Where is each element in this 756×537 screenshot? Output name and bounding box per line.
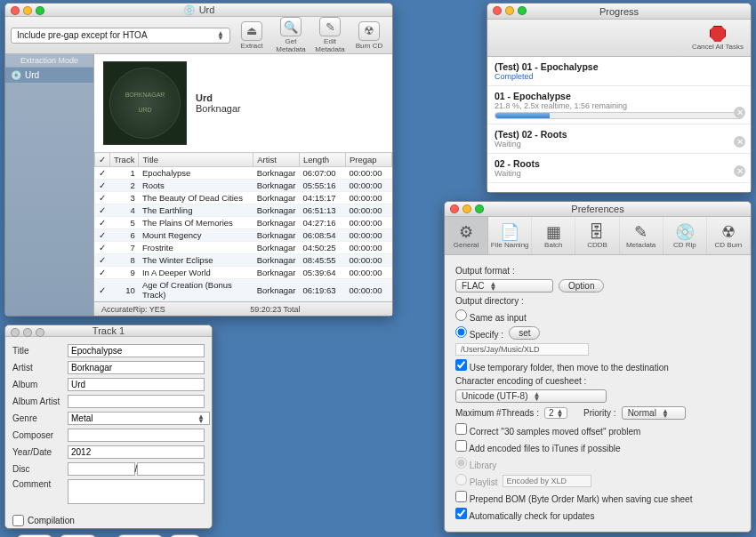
col-artist[interactable]: Artist <box>253 153 300 167</box>
zoom-icon[interactable] <box>36 6 44 15</box>
sidebar-item-disc[interactable]: 💿 Urd <box>5 67 93 83</box>
table-row[interactable]: ✓4The EarthlingBorknagar06:51:1300:00:00 <box>95 204 392 217</box>
specify-radio[interactable]: Specify : <box>455 326 503 340</box>
comment-field[interactable] <box>68 479 205 504</box>
main-titlebar[interactable]: 💿 Urd <box>5 4 392 17</box>
table-row[interactable]: ✓9In A Deeper WorldBorknagar05:39:6400:0… <box>95 267 392 279</box>
output-format-select[interactable]: FLAC▲▼ <box>455 279 553 293</box>
cancel-all-button[interactable]: Cancel All Tasks <box>692 26 744 51</box>
library-radio[interactable]: Library <box>455 457 496 470</box>
pregap-select[interactable]: Include pre-gap except for HTOA▲▼ <box>11 28 230 44</box>
output-path: /Users/Jay/Music/XLD <box>455 343 589 356</box>
max-threads-stepper[interactable]: 2▲▼ <box>544 407 567 419</box>
close-icon[interactable] <box>11 328 20 337</box>
table-row[interactable]: ✓10Age Of Creation (Bonus Track)Borknaga… <box>95 279 392 301</box>
extract-button[interactable]: ⏏Extract <box>234 21 269 50</box>
zoom-icon[interactable] <box>36 328 44 337</box>
add-itunes-checkbox[interactable]: Add encoded files to iTunes if possible <box>455 440 621 453</box>
minimize-icon[interactable] <box>23 6 32 15</box>
track-editor-window: Track 1 Title Artist Album Album Artist … <box>4 325 213 529</box>
minimize-icon[interactable] <box>23 328 32 337</box>
album-art[interactable]: BORKNAGARURD <box>103 61 187 145</box>
window-title: Preferences <box>571 204 623 214</box>
track-table[interactable]: ✓ Track Title Artist Length Pregap ✓1Epo… <box>94 152 392 301</box>
preferences-window: Preferences ⚙General 📄File Naming ▦Batch… <box>444 201 752 533</box>
zoom-icon[interactable] <box>475 204 484 213</box>
minimize-icon[interactable] <box>505 6 514 15</box>
sidebar: Extraction Mode 💿 Urd <box>5 54 94 316</box>
artist-field[interactable] <box>68 361 205 374</box>
accuraterip-status: AccurateRip: YES <box>101 305 165 314</box>
extraction-mode-label: Extraction Mode <box>5 54 93 67</box>
table-row[interactable]: ✓8The Winter EclipseBorknagar08:45:5500:… <box>95 254 392 267</box>
tab-file-naming[interactable]: 📄File Naming <box>488 217 532 254</box>
progress-task: (Test) 02 - RootsWaiting✕ <box>487 124 751 154</box>
option-button[interactable]: Option <box>559 279 604 293</box>
playlist-radio[interactable]: Playlist <box>455 474 497 487</box>
album-field[interactable] <box>68 378 205 391</box>
table-row[interactable]: ✓6Mount RegencyBorknagar06:08:5400:00:00 <box>95 229 392 242</box>
progress-window: Progress Cancel All Tasks (Test) 01 - Ep… <box>487 3 752 193</box>
set-button[interactable]: set <box>509 326 540 340</box>
playlist-name-field[interactable] <box>503 475 591 487</box>
tab-cddb[interactable]: 🗄CDDB <box>575 217 619 254</box>
cancel-task-button[interactable]: ✕ <box>734 107 745 118</box>
temp-folder-checkbox[interactable]: Use temporary folder, then move to the d… <box>455 359 669 373</box>
burn-cd-button[interactable]: ☢Burn CD <box>351 21 387 50</box>
window-title: Track 1 <box>92 325 125 336</box>
char-enc-select[interactable]: Unicode (UTF-8)▲▼ <box>455 389 607 403</box>
disc-total-field[interactable] <box>137 462 205 476</box>
close-icon[interactable] <box>11 6 20 15</box>
col-title[interactable]: Title <box>139 153 253 167</box>
tab-metadata[interactable]: ✎Metadata <box>620 217 664 254</box>
compilation-checkbox[interactable]: Compilation <box>12 515 205 526</box>
get-metadata-button[interactable]: 🔍Get Metadata <box>273 17 309 53</box>
cancel-task-button[interactable]: ✕ <box>734 165 745 177</box>
album-artist-field[interactable] <box>68 395 205 408</box>
table-row[interactable]: ✓5The Plains Of MemoriesBorknagar04:27:1… <box>95 217 392 229</box>
tag-icon: ✎ <box>634 223 647 241</box>
tab-cd-rip[interactable]: 💿CD Rip <box>664 217 707 254</box>
year-field[interactable] <box>68 445 205 459</box>
table-row[interactable]: ✓3The Beauty Of Dead CitiesBorknagar04:1… <box>95 192 392 204</box>
char-enc-label: Character encoding of cuesheet : <box>455 376 586 386</box>
disc-field[interactable] <box>68 462 135 476</box>
disc-icon: 💿 <box>11 70 21 80</box>
col-track[interactable]: Track <box>110 153 139 167</box>
edit-metadata-button[interactable]: ✎Edit Metadata <box>312 17 348 53</box>
progress-task: 01 - Epochalypse21.8 %, 2.5x realtime, 1… <box>487 86 751 124</box>
minimize-icon[interactable] <box>462 204 471 213</box>
col-length[interactable]: Length <box>300 153 346 167</box>
progress-task: (Test) 01 - EpochalypseCompleted <box>487 57 751 86</box>
auto-update-checkbox[interactable]: Automatically check for updates <box>455 508 594 521</box>
table-row[interactable]: ✓1EpochalypseBorknagar06:07:0000:00:00 <box>95 167 392 180</box>
col-check[interactable]: ✓ <box>95 153 110 167</box>
stop-icon <box>710 26 726 42</box>
table-row[interactable]: ✓7FrostriteBorknagar04:50:2500:00:00 <box>95 242 392 254</box>
correct-offset-checkbox[interactable]: Correct "30 samples moved offset" proble… <box>455 423 640 437</box>
title-field[interactable] <box>68 344 205 357</box>
max-threads-label: Maximum #Threads : <box>455 408 539 418</box>
priority-select[interactable]: Normal▲▼ <box>622 406 686 420</box>
close-icon[interactable] <box>493 6 502 15</box>
same-as-input-radio[interactable]: Same as input <box>455 309 527 323</box>
burn-icon: ☢ <box>721 223 736 241</box>
tab-cd-burn[interactable]: ☢CD Burn <box>707 217 751 254</box>
col-pregap[interactable]: Pregap <box>346 153 392 167</box>
output-dir-label: Output directory : <box>455 296 524 306</box>
main-window: 💿 Urd Include pre-gap except for HTOA▲▼ … <box>4 3 393 317</box>
close-icon[interactable] <box>450 204 459 213</box>
tab-general[interactable]: ⚙General <box>445 217 488 254</box>
zoom-icon[interactable] <box>518 6 527 15</box>
tab-batch[interactable]: ▦Batch <box>532 217 575 254</box>
composer-field[interactable] <box>68 429 205 442</box>
bom-checkbox[interactable]: Prepend BOM (Byte Order Mark) when savin… <box>455 491 692 504</box>
table-row[interactable]: ✓2RootsBorknagar05:55:1600:00:00 <box>95 180 392 192</box>
status-bar: AccurateRip: YES 59:20:23 Total <box>94 301 392 316</box>
progress-task: 02 - RootsWaiting✕ <box>487 154 751 183</box>
file-icon: 📄 <box>500 223 519 241</box>
window-title: Progress <box>599 6 639 17</box>
cancel-task-button[interactable]: ✕ <box>734 136 745 148</box>
album-title: Urd <box>196 92 241 103</box>
genre-field[interactable] <box>68 412 210 425</box>
